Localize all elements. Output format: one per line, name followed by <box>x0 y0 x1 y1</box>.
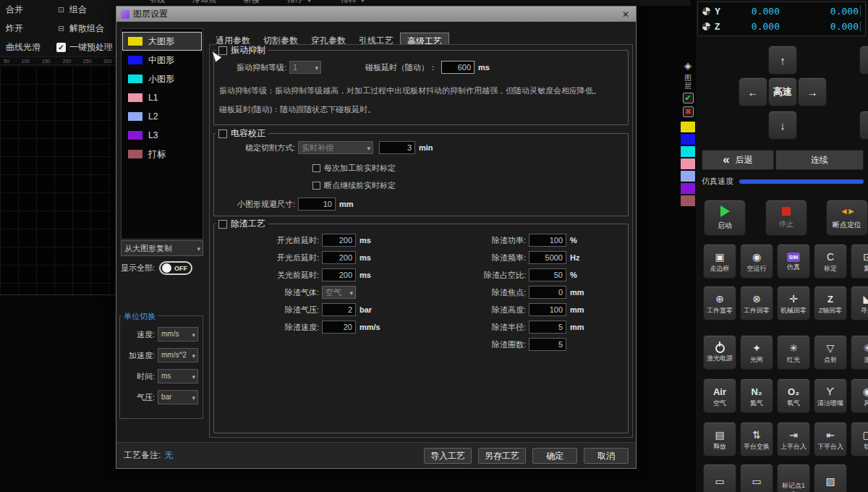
show-all-toggle[interactable]: OFF <box>159 261 192 275</box>
layer-color-swatch[interactable] <box>681 195 695 206</box>
menu-item[interactable]: 炸开 <box>6 22 56 34</box>
layer-color-swatch[interactable] <box>681 171 695 182</box>
slag-removal-checkbox[interactable] <box>218 220 227 229</box>
clean-nozzle-button[interactable]: ϒ 清洁喷嘴 <box>814 378 847 413</box>
workpiece-home-button[interactable]: ⊗ 工件回零 <box>740 286 773 321</box>
menu-item[interactable]: 曲线光滑 <box>6 41 56 53</box>
dry-run-button[interactable]: ◉ 空运行 <box>740 244 773 279</box>
stop-button[interactable]: 停止 <box>765 200 807 236</box>
board-delay-input[interactable]: 600 <box>441 61 475 74</box>
slag-gas-select[interactable]: 空气 <box>322 286 356 299</box>
capacitance-checkbox[interactable] <box>218 130 227 138</box>
toolbar-item[interactable]: 桥接 <box>244 0 260 5</box>
burst-button[interactable]: ▽ 点射 <box>814 335 847 370</box>
calibrate-before-resume-checkbox[interactable] <box>312 182 320 190</box>
lower-pallet-in-button[interactable]: ⇤ 下平台入 <box>814 422 847 457</box>
menu-item[interactable]: ⊟ 解散组合 <box>56 22 122 34</box>
laser-on-post-delay-input[interactable]: 200 <box>322 251 356 264</box>
air-button[interactable]: Air 空气 <box>703 378 736 413</box>
import-process-button[interactable]: 导入工艺 <box>424 448 472 464</box>
red-light-button[interactable]: ✳ 红光 <box>777 335 810 370</box>
machine-home-button[interactable]: ✛ 机械回零 <box>777 286 810 321</box>
partial-soft-button[interactable]: ▢ 软 <box>851 422 868 457</box>
layer-color-swatch[interactable] <box>681 158 695 169</box>
small-shape-avoid-input[interactable]: 10 <box>298 198 336 211</box>
z-home-button[interactable]: Z Z轴回零 <box>814 286 847 321</box>
toolbar-item[interactable]: 冷却点 <box>192 0 216 5</box>
slag-power-input[interactable]: 100 <box>529 234 566 247</box>
release-button[interactable]: ▤ 释放 <box>703 422 736 457</box>
save-as-process-button[interactable]: 另存工艺 <box>478 448 526 464</box>
slag-loops-input[interactable]: 5 <box>529 338 566 351</box>
calibrate-before-process-checkbox[interactable] <box>312 164 320 172</box>
jog-left-button[interactable]: ← <box>739 77 767 106</box>
simulate-button[interactable]: SIM 仿真 <box>777 244 810 279</box>
layer-list-item[interactable]: 打标 <box>122 145 202 164</box>
platform-screen2-button[interactable]: ▭ <box>740 464 773 492</box>
layer-color-swatch[interactable] <box>681 122 695 132</box>
slag-pressure-input[interactable]: 2 <box>322 303 356 316</box>
toolbar-item[interactable]: 引线 <box>149 0 165 5</box>
menu-item[interactable]: ⊡ 组合 <box>56 4 122 15</box>
vibration-suppress-checkbox[interactable] <box>218 46 227 55</box>
slag-height-input[interactable]: 100 <box>529 303 566 316</box>
layer-color-swatch[interactable] <box>681 146 695 157</box>
layer-list-item[interactable]: L2 <box>122 107 202 126</box>
toolbar-item[interactable]: 排样 ▼ <box>341 0 367 5</box>
layer-color-swatch[interactable] <box>681 134 695 145</box>
menu-item[interactable]: 合并 <box>6 4 56 15</box>
cancel-x-icon[interactable]: ✖ <box>683 106 694 117</box>
cancel-button[interactable]: 取消 <box>584 448 629 464</box>
backward-button[interactable]: « 后退 <box>702 150 774 170</box>
layer-list-item[interactable]: 中图形 <box>122 51 202 69</box>
breakpoint-locate-button[interactable]: ◄► 断点定位 <box>826 200 868 236</box>
layer-color-swatch[interactable] <box>681 183 695 194</box>
continuous-button[interactable]: 连续 <box>775 150 864 170</box>
layers-stack-icon[interactable]: ◈ <box>684 61 692 71</box>
close-icon[interactable]: ✕ <box>620 9 631 20</box>
upper-pallet-in-button[interactable]: ⇥ 上平台入 <box>777 422 810 457</box>
pallet-exchange-button[interactable]: ⇅ 平台交换 <box>740 422 773 457</box>
protect-door-button[interactable]: ▨ <box>814 464 847 492</box>
vibration-level-dropdown[interactable]: 1 <box>289 61 321 74</box>
laser-power-button[interactable]: 激光电源 <box>703 335 736 370</box>
jog-right-button[interactable]: → <box>798 77 827 106</box>
platform-screen-button[interactable]: ▭ <box>703 464 736 492</box>
stable-cut-interval-input[interactable]: 3 <box>379 141 415 154</box>
laser-off-pre-delay-input[interactable]: 200 <box>322 268 356 281</box>
slag-frequency-input[interactable]: 5000 <box>529 251 566 264</box>
layer-list-item[interactable]: L3 <box>122 126 202 145</box>
time-unit-select[interactable]: ms <box>158 369 198 383</box>
shutter-button[interactable]: ✦ 光闸 <box>740 335 773 370</box>
jog-partial-button[interactable] <box>859 111 868 140</box>
calibrate-button[interactable]: C 标定 <box>814 244 847 279</box>
copy-from-dropdown[interactable]: 从大图形复制 <box>121 240 203 256</box>
confirm-button[interactable]: 确定 <box>532 448 577 464</box>
jog-down-button[interactable]: ↓ <box>768 111 797 140</box>
slag-duty-input[interactable]: 50 <box>529 268 566 281</box>
acceleration-unit-select[interactable]: mm/s^2 <box>158 348 198 362</box>
layer-list-item[interactable]: 小图形 <box>122 69 202 88</box>
workpiece-zero-button[interactable]: ⊕ 工件置零 <box>703 286 736 321</box>
speed-unit-select[interactable]: mm/s <box>158 327 198 342</box>
laser-on-pre-delay-input[interactable]: 200 <box>322 234 356 247</box>
jog-up-button[interactable]: ↑ <box>768 46 797 75</box>
mark-point-button[interactable]: 标记点1 ▾ <box>777 464 810 492</box>
partial-button[interactable]: ⊡ 蒙 <box>851 244 868 279</box>
jog-partial-button[interactable] <box>859 46 868 75</box>
toolbar-item[interactable]: 排序 ▼ <box>287 0 313 5</box>
partial-fan-button[interactable]: ◉ 风 <box>851 378 868 413</box>
partial-laser-button[interactable]: ✳ 激 <box>851 335 868 370</box>
slag-speed-input[interactable]: 20 <box>322 321 356 334</box>
slag-radius-input[interactable]: 5 <box>529 321 566 334</box>
layer-list-item[interactable]: L1 <box>122 88 202 107</box>
drawing-canvas[interactable] <box>0 66 116 295</box>
stable-cut-mode-dropdown[interactable]: 实时补偿 <box>298 141 373 154</box>
layer-list-item[interactable]: 大图形 <box>122 32 202 51</box>
edge-seek-button[interactable]: ◣ 寻边 <box>851 286 868 321</box>
walk-frame-button[interactable]: ▣ 走边框 <box>703 244 736 279</box>
nitrogen-button[interactable]: N₂ 氮气 <box>740 378 773 413</box>
pressure-unit-select[interactable]: bar <box>158 390 198 404</box>
dialog-titlebar[interactable]: 图层设置 ✕ <box>116 7 636 22</box>
apply-check-icon[interactable]: ✔ <box>683 93 694 103</box>
